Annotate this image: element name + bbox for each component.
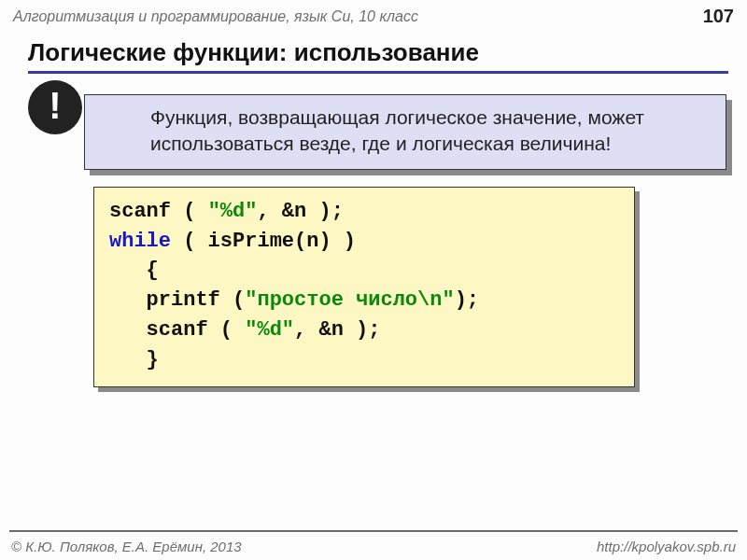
- code-text: printf (: [109, 288, 245, 312]
- code-text: , &n );: [257, 200, 343, 223]
- code-text: );: [455, 288, 479, 312]
- code-string: "простое число\n": [245, 288, 454, 312]
- exclamation-icon: !: [28, 80, 82, 134]
- exclamation-glyph: !: [49, 87, 61, 124]
- title-underline: [28, 71, 728, 74]
- code-text: {: [109, 259, 159, 282]
- footer-rule: [9, 530, 738, 532]
- footer-copyright: © К.Ю. Поляков, Е.А. Ерёмин, 2013: [11, 539, 242, 554]
- course-label: Алгоритмизация и программирование, язык …: [13, 8, 418, 25]
- code-text: scanf (: [109, 200, 208, 223]
- footer-url: http://kpolyakov.spb.ru: [597, 539, 736, 554]
- code-string: "%d": [245, 318, 294, 342]
- code-string: "%d": [208, 200, 258, 223]
- code-text: }: [109, 348, 159, 371]
- code-text: ( isPrime(n) ): [171, 230, 356, 253]
- code-text: scanf (: [109, 318, 245, 342]
- code-block: scanf ( "%d", &n ); while ( isPrime(n) )…: [93, 187, 635, 387]
- code-text: , &n );: [294, 318, 380, 342]
- page-title: Логические функции: использование: [0, 29, 747, 71]
- page-number: 107: [703, 6, 734, 27]
- code-keyword: while: [109, 230, 171, 253]
- callout-box: Функция, возвращающая логическое значени…: [84, 94, 726, 170]
